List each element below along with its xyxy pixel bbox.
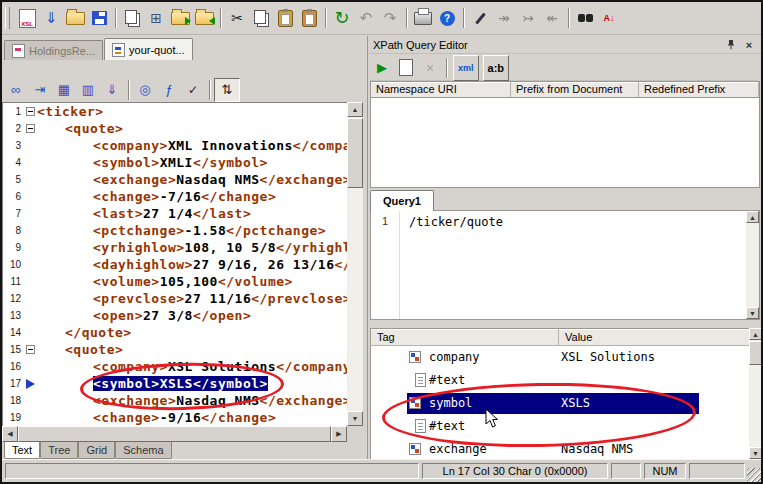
code-text[interactable]: <symbol>XSLS</symbol> xyxy=(37,376,347,391)
namespace-header-cell[interactable]: Redefined Prefix xyxy=(639,82,759,97)
find-icon[interactable] xyxy=(573,7,597,29)
hyperlink-icon[interactable]: ∞ xyxy=(4,79,28,101)
refresh-icon[interactable]: ↻ xyxy=(330,7,354,29)
query-text[interactable]: /ticker/quote xyxy=(400,211,746,319)
code-line[interactable]: 3<company>XML Innovations</company> xyxy=(3,137,347,154)
paste-icon[interactable] xyxy=(273,7,297,29)
copy-window-icon[interactable] xyxy=(120,7,144,29)
paste-special-icon[interactable] xyxy=(297,7,321,29)
scroll-left-button[interactable]: ◀ xyxy=(2,426,18,442)
results-scrollbar[interactable]: ▲ ▼ xyxy=(749,328,762,459)
code-text[interactable]: <last>27 1/4</last> xyxy=(37,206,347,221)
browser-view-icon[interactable]: ◎ xyxy=(133,79,157,101)
filter-icon[interactable]: ⇅ xyxy=(214,78,240,102)
code-text[interactable]: <dayhighlow>27 9/16, 26 13/16</dayhighlo… xyxy=(37,257,347,272)
code-line[interactable]: 7<last>27 1/4</last> xyxy=(3,205,347,222)
code-line[interactable]: 18<exchange>Nasdaq NMS</exchange> xyxy=(3,392,347,409)
code-text[interactable]: <change>-9/16</change> xyxy=(37,410,347,425)
code-text[interactable]: <quote> xyxy=(37,342,347,357)
editor-vertical-scrollbar[interactable]: ▲ ▼ xyxy=(347,102,363,426)
code-line[interactable]: 11<volume>105,100</volume> xyxy=(3,273,347,290)
code-line[interactable]: 2<quote> xyxy=(3,120,347,137)
prefix-mapping-button[interactable]: a:b xyxy=(483,55,510,81)
scroll-right-button[interactable]: ▶ xyxy=(331,426,347,442)
result-row[interactable]: symbolXSLS xyxy=(371,392,749,415)
table-export-icon[interactable]: ▥ xyxy=(76,79,100,101)
evaluate-xpath-icon[interactable]: ▶ xyxy=(370,57,394,79)
code-text[interactable]: </quote> xyxy=(37,325,347,340)
fold-collapse-icon[interactable] xyxy=(26,345,35,354)
results-header-cell[interactable]: Value xyxy=(559,329,759,345)
results-scroll-down-button[interactable]: ▼ xyxy=(749,447,762,459)
code-line[interactable]: 5<exchange>Nasdaq NMS</exchange> xyxy=(3,171,347,188)
results-scroll-up-button[interactable]: ▲ xyxy=(749,328,762,340)
code-line[interactable]: 14</quote> xyxy=(3,324,347,341)
view-tab-tree[interactable]: Tree xyxy=(40,442,78,459)
pin-icon[interactable] xyxy=(724,38,738,51)
code-editor[interactable]: 1<ticker>2<quote>3<company>XML Innovatio… xyxy=(2,102,347,426)
results-splitter[interactable] xyxy=(368,320,762,328)
code-line[interactable]: 15<quote> xyxy=(3,341,347,358)
word-wrap-icon[interactable]: ⇥ xyxy=(28,79,52,101)
view-tab-text[interactable]: Text xyxy=(4,442,40,459)
namespace-header-cell[interactable]: Namespace URI xyxy=(371,82,511,97)
help-icon[interactable]: ? xyxy=(435,7,459,29)
xml-source-button[interactable]: xml xyxy=(453,55,479,81)
code-line[interactable]: 6<change>-7/16</change> xyxy=(3,188,347,205)
code-text[interactable]: <company>XSL Solutions</company> xyxy=(37,359,347,374)
new-window-icon[interactable]: ⊞ xyxy=(144,7,168,29)
code-text[interactable]: <ticker> xyxy=(37,104,347,119)
save-fragment-icon[interactable]: ⇓ xyxy=(100,79,124,101)
results-header-cell[interactable]: Tag xyxy=(371,329,559,345)
query-scroll-up-button[interactable]: ▲ xyxy=(746,211,759,223)
code-text[interactable]: <pctchange>-1.58</pctchange> xyxy=(37,223,347,238)
print-icon[interactable] xyxy=(411,7,435,29)
code-line[interactable]: 1<ticker> xyxy=(3,103,347,120)
code-text[interactable]: <company>XML Innovations</company> xyxy=(37,138,347,153)
open-file-icon[interactable] xyxy=(63,7,87,29)
namespace-header-cell[interactable]: Prefix from Document xyxy=(511,82,639,97)
copy-icon[interactable] xyxy=(249,7,273,29)
save-icon[interactable] xyxy=(87,7,111,29)
result-row[interactable]: #text xyxy=(371,369,749,392)
new-query-icon[interactable] xyxy=(394,57,418,79)
code-text[interactable]: <exchange>Nasdaq NMS</exchange> xyxy=(37,393,347,408)
code-text[interactable]: <yrhighlow>108, 10 5/8</yrhighlow> xyxy=(37,240,347,255)
scroll-up-button[interactable]: ▲ xyxy=(347,102,363,117)
fold-collapse-icon[interactable] xyxy=(26,124,35,133)
code-line[interactable]: 10<dayhighlow>27 9/16, 26 13/16</dayhigh… xyxy=(3,256,347,273)
view-tab-schema[interactable]: Schema xyxy=(115,442,171,459)
fold-collapse-icon[interactable] xyxy=(26,107,35,116)
view-tab-grid[interactable]: Grid xyxy=(78,442,115,459)
check-out-icon[interactable] xyxy=(168,7,192,29)
table-view-icon[interactable]: ▦ xyxy=(52,79,76,101)
code-line[interactable]: 12<prevclose>27 11/16</prevclose> xyxy=(3,290,347,307)
result-row[interactable]: exchangeNasdaq NMS xyxy=(371,438,749,459)
code-line[interactable]: 8<pctchange>-1.58</pctchange> xyxy=(3,222,347,239)
code-text[interactable]: <volume>105,100</volume> xyxy=(37,274,347,289)
function-icon[interactable]: ƒ xyxy=(157,79,181,101)
code-text[interactable]: <prevclose>27 11/16</prevclose> xyxy=(37,291,347,306)
cut-icon[interactable]: ✂ xyxy=(225,7,249,29)
vertical-scroll-thumb[interactable] xyxy=(347,118,363,188)
open-url-icon[interactable]: ⇓ xyxy=(39,7,63,29)
scroll-down-button[interactable]: ▼ xyxy=(347,411,363,426)
editor-horizontal-scrollbar[interactable]: ◀ ▶ xyxy=(2,426,347,442)
code-text[interactable]: <symbol>XMLI</symbol> xyxy=(37,155,347,170)
new-xsl-document-icon[interactable]: XSL xyxy=(15,7,39,29)
results-scroll-thumb[interactable] xyxy=(749,341,762,365)
query-scrollbar[interactable]: ▲ ▼ xyxy=(746,211,759,319)
result-row[interactable]: #text xyxy=(371,415,749,438)
xpath-probe-icon[interactable] xyxy=(468,7,492,29)
code-line[interactable]: 9<yrhighlow>108, 10 5/8</yrhighlow> xyxy=(3,239,347,256)
sort-az-icon[interactable]: A↓ xyxy=(597,7,621,29)
query-scroll-down-button[interactable]: ▼ xyxy=(746,307,759,319)
check-in-icon[interactable] xyxy=(192,7,216,29)
document-tab[interactable]: HoldingsRe... xyxy=(4,40,103,60)
namespace-list[interactable] xyxy=(370,97,760,188)
code-line[interactable]: 17<symbol>XSLS</symbol> xyxy=(3,375,347,392)
document-tab[interactable]: your-quot... xyxy=(104,38,193,60)
close-icon[interactable]: × xyxy=(742,38,756,51)
code-text[interactable]: <quote> xyxy=(37,121,347,136)
results-list[interactable]: companyXSL Solutions#textsymbolXSLS#text… xyxy=(370,346,749,459)
